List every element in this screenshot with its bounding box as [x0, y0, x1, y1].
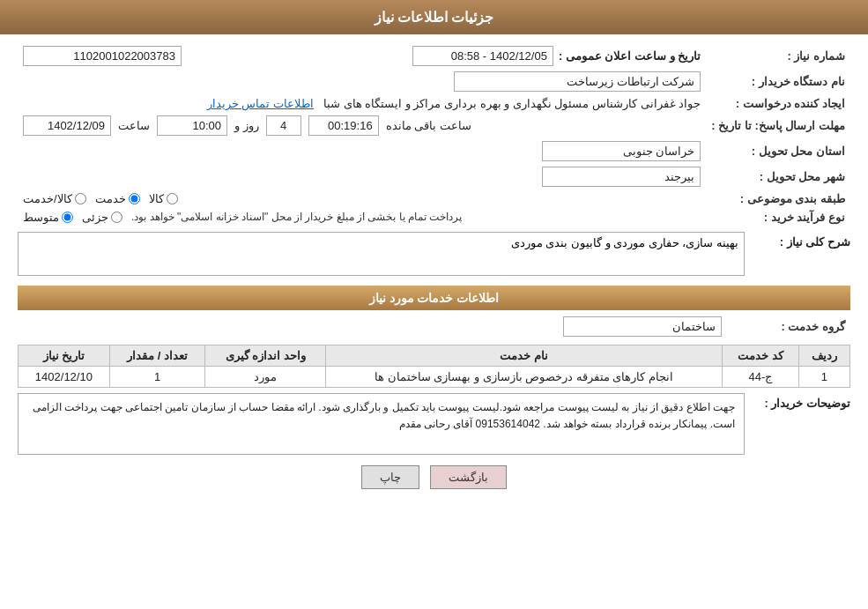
mohlat-roz: 4 — [266, 115, 301, 136]
row-ijad-konande: ایجاد کننده درخواست : جواد غفرانی کارشنا… — [18, 94, 850, 113]
ijad-konande-label: ایجاد کننده درخواست : — [706, 94, 850, 113]
table-cell-0: 1 — [798, 367, 849, 388]
nam-dastgah-input: شرکت ارتباطات زیرساخت — [454, 71, 701, 92]
col-vahed: واحد اندازه گیری — [205, 345, 326, 367]
back-button[interactable]: بازگشت — [430, 465, 507, 489]
radio-kala-khadamat: کالا/خدمت — [23, 192, 86, 205]
khadamat-section-header: اطلاعات خدمات مورد نیاز — [18, 286, 850, 310]
table-cell-1: ج-44 — [723, 367, 799, 388]
row-grohe: گروه خدمت : ساختمان — [18, 314, 850, 339]
tabaqe-value: کالا/خدمت خدمت کالا — [18, 189, 706, 208]
print-button[interactable]: چاپ — [361, 465, 419, 489]
tosiyat-label: توضیحات خریدار : — [753, 393, 850, 410]
mohlat-value: 1402/12/09 ساعت 10:00 روز و 4 00:19:16 س… — [18, 113, 706, 138]
row-nam-dastgah: نام دستگاه خریدار : شرکت ارتباطات زیرساخ… — [18, 69, 850, 94]
tarix-elan-value: 1402/12/05 - 08:58 — [412, 46, 553, 66]
radio-jozi-label: جزئی — [82, 211, 108, 224]
service-table-header-row: ردیف کد خدمت نام خدمت واحد اندازه گیری ت… — [19, 345, 850, 367]
radio-motavasit-label: متوسط — [23, 211, 59, 224]
shahr-label: شهر محل تحویل : — [706, 164, 850, 189]
radio-motavasit-input[interactable] — [62, 212, 73, 223]
radio-khadamat: خدمت — [95, 192, 140, 205]
mohlat-saat-label: ساعت — [118, 119, 150, 132]
mohlat-saat: 10:00 — [157, 115, 227, 136]
mohlat-baqi: 00:19:16 — [308, 115, 379, 136]
radio-motavasit: متوسط — [23, 211, 73, 224]
shahr-input: بیرجند — [542, 167, 701, 187]
ijad-konande-value: جواد غفرانی کارشناس مسئول نگهداری و بهره… — [18, 94, 706, 113]
grohe-label: گروه خدمت : — [727, 314, 850, 339]
mohlat-date: 1402/12/09 — [23, 115, 111, 136]
shomare-niaz-label: شماره نیاز : — [706, 43, 850, 69]
ettela-link[interactable]: اطلاعات تماس خریدار — [207, 97, 314, 110]
radio-jozi: جزئی — [82, 211, 122, 224]
header-title: جزئیات اطلاعات نیاز — [375, 10, 494, 25]
ostan-value: خراسان جنوبی — [18, 138, 706, 164]
table-row: 1ج-44انجام کارهای متفرقه درخصوص بازسازی … — [19, 367, 850, 388]
mohlat-roz-label: روز و — [234, 119, 259, 132]
grohe-value: ساختمان — [18, 314, 727, 339]
col-nam: نام خدمت — [326, 345, 723, 367]
content-area: شماره نیاز : 1102001022003783 تاریخ و سا… — [0, 34, 868, 509]
radio-jozi-input[interactable] — [111, 212, 122, 223]
sharh-section: شرح کلی نیاز : بهینه سازی، حفاری موردی و… — [18, 232, 850, 279]
button-row: بازگشت چاپ — [18, 465, 850, 489]
radio-kala: کالا — [149, 192, 178, 205]
main-info-table: شماره نیاز : 1102001022003783 تاریخ و سا… — [18, 43, 850, 227]
table-cell-5: 1402/12/10 — [19, 367, 110, 388]
farayand-value: متوسط جزئی پرداخت تمام یا بخشی از مبلغ خ… — [18, 208, 706, 227]
radio-khadamat-input[interactable] — [129, 193, 140, 204]
farayand-note: پرداخت تمام یا بخشی از مبلغ خریدار از مح… — [131, 211, 462, 223]
col-kod: کد خدمت — [723, 345, 799, 367]
farayand-radio-group: متوسط جزئی — [23, 211, 122, 224]
nam-dastgah-label: نام دستگاه خریدار : — [706, 69, 850, 94]
tosiyat-container: جهت اطلاع دقیق از نیاز به لیست پیوست مرا… — [18, 393, 745, 455]
mohlat-label: مهلت ارسال پاسخ: تا تاریخ : — [706, 113, 850, 138]
farayand-label: نوع فرآیند خرید : — [706, 208, 850, 227]
col-tarix: تاریخ نیاز — [19, 345, 110, 367]
radio-kala-khadamat-label: کالا/خدمت — [23, 192, 72, 205]
radio-kala-khadamat-input[interactable] — [75, 193, 86, 204]
tosiyat-box: جهت اطلاع دقیق از نیاز به لیست پیوست مرا… — [18, 393, 745, 455]
shahr-value: بیرجند — [18, 164, 706, 189]
tosiyat-section: توضیحات خریدار : جهت اطلاع دقیق از نیاز … — [18, 393, 850, 455]
grohe-table: گروه خدمت : ساختمان — [18, 314, 850, 339]
row-mohlat: مهلت ارسال پاسخ: تا تاریخ : 1402/12/09 س… — [18, 113, 850, 138]
shomare-niaz-input: 1102001022003783 — [23, 46, 182, 66]
ostan-label: استان محل تحویل : — [706, 138, 850, 164]
table-cell-3: مورد — [205, 367, 326, 388]
row-tabaqe: طبقه بندی موضوعی : کالا/خدمت خدمت — [18, 189, 850, 208]
table-cell-2: انجام کارهای متفرقه درخصوص بازسازی و بهس… — [326, 367, 723, 388]
service-table: ردیف کد خدمت نام خدمت واحد اندازه گیری ت… — [18, 345, 850, 388]
sharh-textarea[interactable] — [18, 232, 745, 276]
mohlat-baqi-label: ساعت باقی مانده — [386, 119, 471, 132]
row-shomare-tarix: شماره نیاز : 1102001022003783 تاریخ و سا… — [18, 43, 850, 69]
table-cell-4: 1 — [109, 367, 205, 388]
col-radif: ردیف — [798, 345, 849, 367]
col-tedad: تعداد / مقدار — [109, 345, 205, 367]
row-ostan: استان محل تحویل : خراسان جنوبی — [18, 138, 850, 164]
page-wrapper: جزئیات اطلاعات نیاز شماره نیاز : 1102001… — [0, 0, 868, 609]
service-table-head: ردیف کد خدمت نام خدمت واحد اندازه گیری ت… — [19, 345, 850, 367]
tabaqe-radio-group: کالا/خدمت خدمت کالا — [23, 192, 701, 205]
sharh-label: شرح کلی نیاز : — [753, 232, 850, 249]
shomare-niaz-value: 1102001022003783 تاریخ و ساعت اعلان عموم… — [18, 43, 706, 69]
sharh-watermark-area: بهینه سازی، حفاری موردی و گابیون بندی مو… — [18, 232, 745, 279]
ijad-konande-text: جواد غفرانی کارشناس مسئول نگهداری و بهره… — [323, 97, 701, 110]
ostan-input: خراسان جنوبی — [542, 141, 701, 161]
page-header: جزئیات اطلاعات نیاز — [0, 0, 868, 34]
tarix-elan-label: تاریخ و ساعت اعلان عمومی : — [559, 49, 701, 63]
row-shahr: شهر محل تحویل : بیرجند — [18, 164, 850, 189]
nam-dastgah-value: شرکت ارتباطات زیرساخت — [18, 69, 706, 94]
sharh-container: بهینه سازی، حفاری موردی و گابیون بندی مو… — [18, 232, 745, 279]
radio-kala-label: کالا — [149, 192, 164, 205]
row-farayand: نوع فرآیند خرید : متوسط جزئی — [18, 208, 850, 227]
service-table-body: 1ج-44انجام کارهای متفرقه درخصوص بازسازی … — [19, 367, 850, 388]
grohe-input: ساختمان — [563, 316, 722, 337]
radio-kala-input[interactable] — [167, 193, 178, 204]
tabaqe-label: طبقه بندی موضوعی : — [706, 189, 850, 208]
radio-khadamat-label: خدمت — [95, 192, 126, 205]
